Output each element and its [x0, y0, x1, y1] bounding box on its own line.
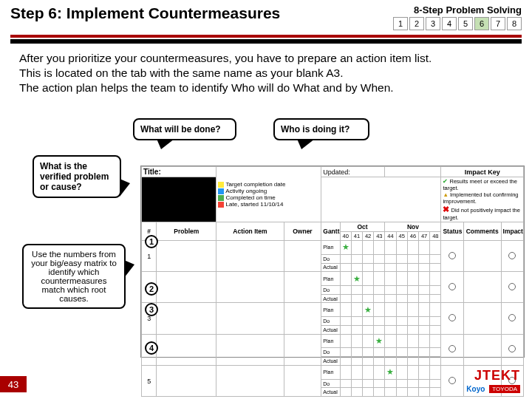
callout-use-numbers: Use the numbers from your big/easy matri…: [22, 244, 126, 309]
col-gantt: Gantt: [321, 222, 340, 241]
step-8: 8: [507, 17, 522, 30]
slide-title: Step 6: Implement Countermeasures: [10, 4, 393, 22]
jtekt-logo: JTEKT: [474, 368, 520, 383]
koyo-logo: Koyo: [466, 385, 485, 393]
col-problem: Problem: [157, 222, 216, 241]
callout-what-done: What will be done?: [133, 118, 236, 140]
body-text: After you prioritize your countermeasure…: [0, 51, 532, 95]
circled-4: 4: [145, 341, 158, 355]
updated-label: Updated:: [321, 167, 385, 177]
slide-header: Step 6: Implement Countermeasures 8-Step…: [0, 0, 532, 30]
eightstep-block: 8-Step Problem Solving 12345678: [393, 4, 522, 30]
col-comments: Comments: [463, 222, 501, 241]
black-block: [142, 177, 216, 222]
accent-bar-black: [10, 39, 522, 44]
step-7: 7: [491, 17, 505, 30]
impact-key-label: Impact Key: [441, 167, 524, 177]
step-4: 4: [442, 17, 457, 30]
col-action: Action Item: [216, 222, 284, 241]
col-owner: Owner: [284, 222, 321, 241]
action-plan-table: Title: Target completion date Activity o…: [141, 166, 524, 397]
step-6: 6: [474, 17, 489, 30]
col-nov: Nov: [385, 222, 441, 232]
accent-bar-red: [10, 35, 522, 38]
col-status: Status: [441, 222, 463, 241]
step-2: 2: [409, 17, 424, 30]
body-line-2: This is located on the tab with the same…: [19, 66, 513, 81]
logo-block: JTEKT Koyo TOYODA: [466, 368, 520, 393]
step-5: 5: [458, 17, 473, 30]
body-line-3: The action plan helps the team to identi…: [19, 81, 513, 95]
col-impact: Impact: [501, 222, 523, 241]
circled-3: 3: [145, 303, 158, 316]
title-label: Title:: [142, 167, 216, 177]
step-indicator: 12345678: [393, 17, 522, 30]
body-line-1: After you prioritize your countermeasure…: [19, 51, 513, 66]
step-1: 1: [393, 17, 408, 30]
callout-verified-problem: What is the verified problem or cause?: [33, 155, 121, 198]
eightstep-label: 8-Step Problem Solving: [393, 4, 522, 16]
action-plan-sheet: Title: Target completion date Activity o…: [140, 166, 525, 358]
legend-box: Target completion date Activity ongoing …: [216, 167, 321, 222]
toyoda-logo: TOYODA: [489, 385, 520, 393]
page-number: 43: [0, 376, 27, 392]
col-oct: Oct: [340, 222, 385, 232]
circled-2: 2: [145, 282, 158, 296]
impact-legend: ✔ Results meet or exceed the target. ▲ I…: [441, 177, 524, 222]
slide-footer: 43: [0, 369, 532, 399]
circled-1: 1: [145, 235, 158, 248]
step-3: 3: [426, 17, 440, 30]
callout-who-doing: Who is doing it?: [273, 118, 369, 140]
